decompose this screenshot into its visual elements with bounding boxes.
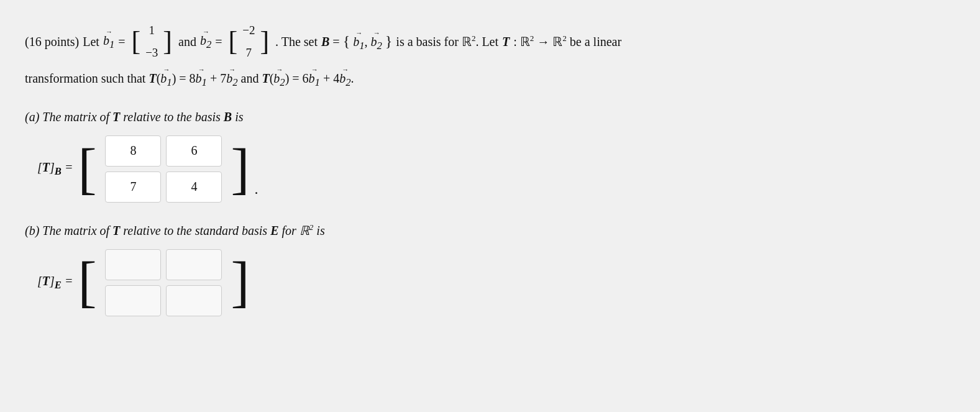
bracket-left-b: [ [78,259,96,306]
points-label: (16 points) [25,31,79,52]
b2-matrix: [ −2 7 ] [229,19,270,65]
bracket-right-a: ] [231,145,249,193]
bracket-right-b: ] [231,259,249,306]
part-b-lhs: [T]E = [37,274,73,291]
and-text: and [178,31,196,52]
b1-bot: −3 [143,42,160,63]
b1-matrix: [ 1 −3 ] [131,19,172,65]
part-b: (b) The matrix of T relative to the stan… [25,222,955,321]
b1-top: 1 [147,20,158,41]
b2-bot: 7 [244,42,255,63]
B-set: B = { → b1 , → b2 } [321,29,392,55]
cell-b-11[interactable] [166,285,222,316]
part-b-matrix-display: [T]E = [ ] [37,244,955,321]
bracket-left-a: [ [78,145,96,193]
part-a-grid: 8 6 7 4 [101,130,226,208]
T-b1-formula: T(→b1) = 8→b1 + 7→b2 [149,71,240,85]
T-b2-formula: T(→b2) = 6→b1 + 4→b2. [262,71,354,85]
cell-b-00[interactable] [105,249,161,280]
cell-a-11[interactable]: 4 [166,172,222,203]
part-b-grid [101,244,226,321]
part-a-label: (a) The matrix of T relative to the basi… [25,110,955,124]
part-a: (a) The matrix of T relative to the basi… [25,110,955,208]
part-a-matrix-display: [T]B = [ 8 6 7 4 ] . [37,130,955,208]
cell-b-01[interactable] [166,249,222,280]
T-symbol: T [502,31,510,52]
problem-line2: transformation such that T(→b1) = 8→b1 +… [25,68,955,91]
b1-label: → b1 [103,30,114,53]
cell-a-10[interactable]: 7 [105,172,161,203]
period-a: . [254,181,258,208]
intro-text: Let [83,31,99,52]
part-a-lhs: [T]B = [37,160,73,178]
problem-statement: (16 points) Let → b1 = [ 1 −3 ] and → b2… [25,19,955,91]
b2-top: −2 [240,20,257,41]
cell-a-00[interactable]: 8 [105,135,161,167]
basis-text: is a basis for ℝ2. Let [396,31,498,52]
b2-label: → b2 [200,30,211,53]
cell-b-10[interactable] [105,285,161,316]
cell-a-01[interactable]: 6 [166,135,222,167]
part-b-label: (b) The matrix of T relative to the stan… [25,222,955,238]
